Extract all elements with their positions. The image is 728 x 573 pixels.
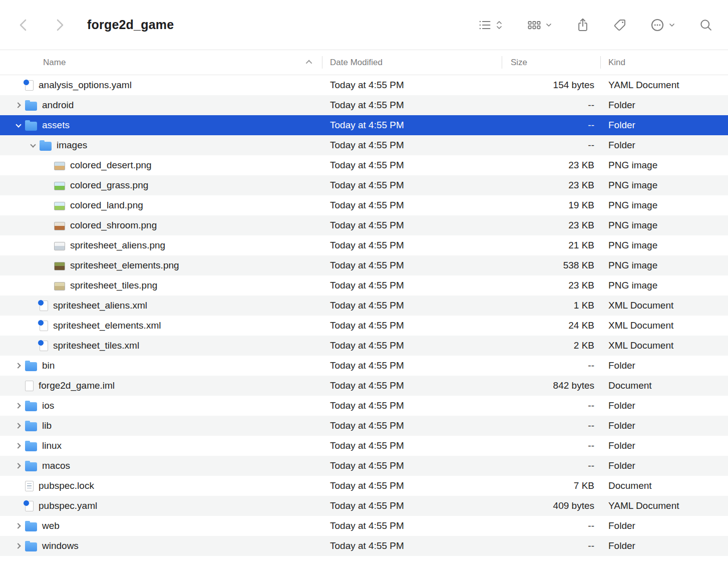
column-header-size[interactable]: Size (502, 50, 600, 75)
chevron-right-icon[interactable] (12, 444, 25, 448)
chevron-right-icon[interactable] (12, 364, 25, 368)
file-row[interactable]: forge2d_game.imlToday at 4:55 PM842 byte… (0, 376, 728, 396)
name-cell: spritesheet_tiles.png (0, 275, 322, 296)
sort-ascending-icon (306, 60, 312, 67)
xml-file-icon (40, 341, 48, 351)
view-mode-control[interactable] (478, 18, 504, 32)
ellipsis-circle-icon (650, 18, 665, 33)
document-icon (25, 381, 34, 391)
chevron-right-icon[interactable] (12, 524, 25, 528)
chevron-down-icon (668, 21, 676, 29)
date-modified: Today at 4:55 PM (322, 400, 502, 411)
file-row[interactable]: assetsToday at 4:55 PM--Folder (0, 115, 728, 135)
file-row[interactable]: spritesheet_tiles.xmlToday at 4:55 PM2 K… (0, 336, 728, 356)
tags-button[interactable] (613, 18, 627, 32)
column-label-kind: Kind (608, 58, 625, 68)
name-cell: forge2d_game.iml (0, 376, 322, 396)
file-name: assets (42, 120, 70, 131)
file-kind: YAML Document (600, 80, 728, 91)
indent-spacer (12, 285, 41, 286)
file-row[interactable]: pubspec.lockToday at 4:55 PM7 KBDocument (0, 476, 728, 496)
image-thumbnail (54, 242, 65, 250)
file-row[interactable]: linuxToday at 4:55 PM--Folder (0, 436, 728, 456)
date-modified: Today at 4:55 PM (322, 540, 502, 551)
file-kind: XML Document (600, 300, 728, 311)
file-row[interactable]: iosToday at 4:55 PM--Folder (0, 396, 728, 416)
chevron-right-icon[interactable] (12, 404, 25, 408)
file-row[interactable]: macosToday at 4:55 PM--Folder (0, 456, 728, 476)
name-cell: pubspec.lock (0, 476, 322, 496)
share-button[interactable] (576, 18, 590, 33)
file-size: 409 bytes (502, 500, 600, 511)
file-kind: YAML Document (600, 500, 728, 511)
file-row[interactable]: webToday at 4:55 PM--Folder (0, 516, 728, 536)
date-modified: Today at 4:55 PM (322, 180, 502, 191)
file-name: spritesheet_elements.xml (53, 320, 161, 331)
file-row[interactable]: imagesToday at 4:55 PM--Folder (0, 135, 728, 155)
name-cell: colored_land.png (0, 195, 322, 215)
yaml-file-icon (25, 80, 34, 91)
file-row[interactable]: colored_desert.pngToday at 4:55 PM23 KBP… (0, 155, 728, 175)
file-row[interactable]: spritesheet_elements.xmlToday at 4:55 PM… (0, 316, 728, 336)
file-kind: Folder (600, 140, 728, 151)
date-modified: Today at 4:55 PM (322, 280, 502, 291)
folder-icon (25, 442, 37, 451)
file-row[interactable]: binToday at 4:55 PM--Folder (0, 356, 728, 376)
file-row[interactable]: androidToday at 4:55 PM--Folder (0, 95, 728, 115)
name-cell: colored_grass.png (0, 175, 322, 195)
folder-icon (25, 522, 37, 531)
file-size: 24 KB (502, 320, 600, 331)
file-row[interactable]: spritesheet_aliens.pngToday at 4:55 PM21… (0, 235, 728, 255)
file-row[interactable]: spritesheet_tiles.pngToday at 4:55 PM23 … (0, 275, 728, 296)
name-cell: colored_shroom.png (0, 215, 322, 235)
file-name: ios (42, 400, 54, 411)
indent-spacer (12, 145, 27, 146)
file-kind: XML Document (600, 340, 728, 351)
file-size: 1 KB (502, 300, 600, 311)
column-header-kind[interactable]: Kind (600, 50, 728, 75)
indent-spacer (12, 165, 41, 166)
share-icon (576, 18, 590, 33)
date-modified: Today at 4:55 PM (322, 420, 502, 431)
file-row[interactable]: libToday at 4:55 PM--Folder (0, 416, 728, 436)
file-row[interactable]: colored_shroom.pngToday at 4:55 PM23 KBP… (0, 215, 728, 235)
column-label-size: Size (511, 58, 527, 68)
chevron-right-icon[interactable] (12, 424, 25, 428)
image-thumbnail (54, 182, 65, 190)
file-kind: Folder (600, 540, 728, 551)
indent-spacer (12, 346, 27, 346)
file-name: spritesheet_aliens.xml (53, 300, 147, 311)
file-row[interactable]: analysis_options.yamlToday at 4:55 PM154… (0, 75, 728, 95)
chevron-right-icon[interactable] (12, 544, 25, 548)
date-modified: Today at 4:55 PM (322, 520, 502, 531)
file-row[interactable]: windowsToday at 4:55 PM--Folder (0, 536, 728, 556)
forward-button[interactable] (51, 15, 68, 35)
column-header-name[interactable]: Name (0, 50, 322, 75)
file-name: android (42, 100, 74, 111)
file-kind: PNG image (600, 240, 728, 251)
chevron-right-icon[interactable] (12, 464, 25, 468)
column-header-date-modified[interactable]: Date Modified (322, 50, 502, 75)
file-kind: Folder (600, 420, 728, 431)
file-row[interactable]: colored_grass.pngToday at 4:55 PM23 KBPN… (0, 175, 728, 195)
file-row[interactable]: spritesheet_aliens.xmlToday at 4:55 PM1 … (0, 296, 728, 316)
file-row[interactable]: colored_land.pngToday at 4:55 PM19 KBPNG… (0, 195, 728, 215)
file-row[interactable]: pubspec.yamlToday at 4:55 PM409 bytesYAM… (0, 496, 728, 516)
name-cell: spritesheet_aliens.png (0, 235, 322, 255)
name-cell: macos (0, 456, 322, 476)
back-button[interactable] (15, 15, 32, 35)
name-cell: linux (0, 436, 322, 456)
search-icon (699, 18, 713, 32)
date-modified: Today at 4:55 PM (322, 440, 502, 451)
tag-icon (613, 18, 627, 32)
file-row[interactable]: spritesheet_elements.pngToday at 4:55 PM… (0, 255, 728, 275)
file-kind: Folder (600, 520, 728, 531)
group-grid-icon (527, 18, 542, 32)
more-actions-control[interactable] (650, 18, 676, 33)
group-by-control[interactable] (527, 18, 553, 32)
name-cell: spritesheet_elements.xml (0, 316, 322, 336)
search-button[interactable] (699, 18, 713, 32)
chevron-right-icon[interactable] (12, 103, 25, 107)
chevron-down-icon[interactable] (12, 124, 25, 127)
chevron-down-icon[interactable] (27, 144, 40, 147)
